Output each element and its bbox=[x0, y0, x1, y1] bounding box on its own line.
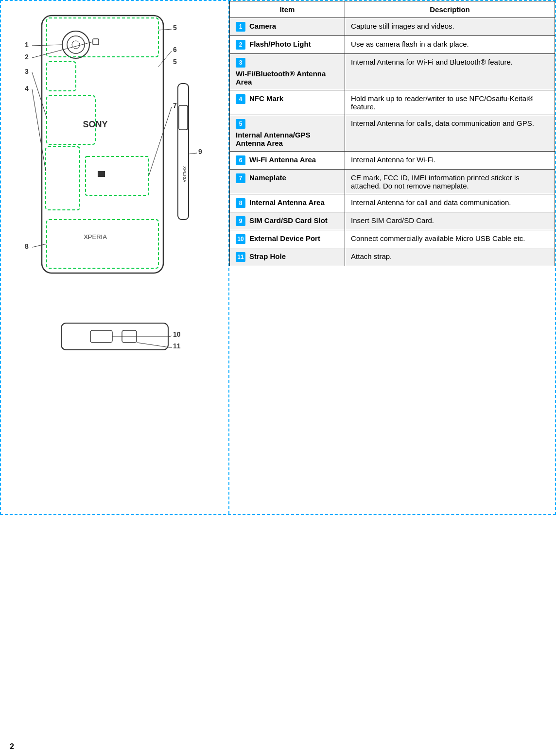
svg-line-23 bbox=[158, 51, 172, 67]
item-name: Camera bbox=[249, 22, 276, 30]
description-cell-11: Attach strap. bbox=[345, 248, 555, 266]
svg-point-3 bbox=[72, 41, 80, 49]
description-cell-10: Connect commercially available Micro USB… bbox=[345, 230, 555, 248]
svg-line-17 bbox=[32, 72, 47, 118]
table-row: 11Strap HoleAttach strap. bbox=[230, 248, 555, 266]
phone-diagram-bottom: 10 11 bbox=[47, 313, 183, 373]
table-row: 1CameraCapture still images and videos. bbox=[230, 18, 555, 36]
svg-line-28 bbox=[32, 244, 47, 247]
page-container: SONY XPERIA 1 bbox=[0, 0, 556, 515]
item-number-badge: 8 bbox=[236, 198, 245, 208]
svg-text:8: 8 bbox=[25, 242, 29, 250]
description-cell-7: CE mark, FCC ID, IMEI information printe… bbox=[345, 170, 555, 194]
page-number: 2 bbox=[10, 742, 14, 751]
svg-text:5: 5 bbox=[173, 58, 177, 66]
svg-rect-29 bbox=[178, 84, 189, 220]
svg-text:7: 7 bbox=[173, 102, 177, 109]
item-number-badge: 4 bbox=[236, 94, 245, 104]
item-name: NFC Mark bbox=[249, 94, 283, 103]
item-name: Nameplate bbox=[249, 173, 286, 182]
description-cell-8: Internal Antenna for call and data commu… bbox=[345, 194, 555, 212]
item-name: Wi-Fi Antenna Area bbox=[249, 155, 316, 164]
item-cell-11: 11Strap Hole bbox=[230, 248, 345, 266]
svg-rect-30 bbox=[179, 105, 188, 130]
svg-text:11: 11 bbox=[173, 342, 181, 350]
item-number-badge: 2 bbox=[236, 40, 245, 50]
description-cell-1: Capture still images and videos. bbox=[345, 18, 555, 36]
svg-rect-4 bbox=[93, 39, 99, 45]
item-name: Flash/Photo Light bbox=[249, 40, 311, 48]
col-header-item: Item bbox=[230, 1, 345, 18]
svg-line-42 bbox=[137, 343, 169, 347]
item-cell-7: 7Nameplate bbox=[230, 170, 345, 194]
item-name: Strap Hole bbox=[249, 252, 286, 260]
svg-rect-6 bbox=[47, 62, 76, 91]
table-row: 10External Device PortConnect commercial… bbox=[230, 230, 555, 248]
svg-text:XPERIA: XPERIA bbox=[182, 166, 187, 182]
item-number-badge: 11 bbox=[236, 252, 245, 262]
item-name: External Device Port bbox=[249, 234, 320, 242]
col-header-description: Description bbox=[345, 1, 555, 18]
left-panel: SONY XPERIA 1 bbox=[1, 1, 229, 514]
xperia-label: XPERIA bbox=[84, 233, 107, 241]
item-cell-5: 5Internal Antenna/GPS Antenna Area bbox=[230, 115, 345, 152]
table-row: 9SIM Card/SD Card SlotInsert SIM Card/SD… bbox=[230, 212, 555, 230]
item-cell-4: 4NFC Mark bbox=[230, 90, 345, 115]
item-cell-1: 1Camera bbox=[230, 18, 345, 36]
item-number-badge: 3 bbox=[236, 58, 245, 68]
svg-text:6: 6 bbox=[173, 46, 177, 53]
item-cell-6: 6Wi-Fi Antenna Area bbox=[230, 152, 345, 170]
description-cell-6: Internal Antenna for Wi-Fi. bbox=[345, 152, 555, 170]
item-number-badge: 10 bbox=[236, 234, 245, 244]
svg-rect-8 bbox=[47, 220, 158, 268]
table-row: 5Internal Antenna/GPS Antenna AreaIntern… bbox=[230, 115, 555, 152]
table-row: 4NFC MarkHold mark up to reader/writer t… bbox=[230, 90, 555, 115]
svg-line-19 bbox=[32, 89, 46, 171]
item-number-badge: 5 bbox=[236, 119, 245, 129]
item-name: Wi-Fi/Bluetooth® Antenna Area bbox=[236, 69, 339, 86]
svg-line-32 bbox=[189, 153, 197, 154]
item-number-badge: 7 bbox=[236, 173, 245, 183]
item-name: SIM Card/SD Card Slot bbox=[249, 216, 328, 224]
item-number-badge: 6 bbox=[236, 155, 245, 165]
right-panel: Item Description 1CameraCapture still im… bbox=[229, 1, 555, 514]
item-name: Internal Antenna/GPS Antenna Area bbox=[236, 131, 339, 147]
svg-text:1: 1 bbox=[25, 41, 29, 49]
item-number-badge: 9 bbox=[236, 216, 245, 226]
svg-rect-10 bbox=[86, 156, 149, 195]
phone-diagram-back: SONY XPERIA 1 bbox=[13, 11, 217, 294]
svg-text:4: 4 bbox=[25, 85, 29, 92]
description-cell-5: Internal Antenna for calls, data communi… bbox=[345, 115, 555, 152]
table-row: 2Flash/Photo LightUse as camera flash in… bbox=[230, 36, 555, 54]
svg-point-1 bbox=[62, 31, 89, 58]
item-cell-3: 3Wi-Fi/Bluetooth® Antenna Area bbox=[230, 54, 345, 90]
svg-line-21 bbox=[158, 29, 172, 30]
svg-line-26 bbox=[149, 107, 172, 176]
item-name: Internal Antenna Area bbox=[249, 198, 325, 206]
svg-text:5: 5 bbox=[173, 24, 177, 32]
table-row: 8Internal Antenna AreaInternal Antenna f… bbox=[230, 194, 555, 212]
svg-text:10: 10 bbox=[173, 330, 181, 338]
item-cell-9: 9SIM Card/SD Card Slot bbox=[230, 212, 345, 230]
svg-text:3: 3 bbox=[25, 68, 29, 75]
svg-text:2: 2 bbox=[25, 53, 29, 61]
svg-text:9: 9 bbox=[198, 148, 202, 155]
item-cell-10: 10External Device Port bbox=[230, 230, 345, 248]
item-cell-8: 8Internal Antenna Area bbox=[230, 194, 345, 212]
info-table: Item Description 1CameraCapture still im… bbox=[229, 1, 555, 266]
svg-line-38 bbox=[169, 336, 172, 337]
table-row: 7NameplateCE mark, FCC ID, IMEI informat… bbox=[230, 170, 555, 194]
item-number-badge: 1 bbox=[236, 22, 245, 32]
svg-rect-35 bbox=[90, 330, 112, 343]
description-cell-4: Hold mark up to reader/writer to use NFC… bbox=[345, 90, 555, 115]
item-cell-2: 2Flash/Photo Light bbox=[230, 36, 345, 54]
description-cell-2: Use as camera flash in a dark place. bbox=[345, 36, 555, 54]
svg-rect-11 bbox=[98, 171, 105, 177]
description-cell-9: Insert SIM Card/SD Card. bbox=[345, 212, 555, 230]
table-row: 3Wi-Fi/Bluetooth® Antenna AreaInternal A… bbox=[230, 54, 555, 90]
description-cell-3: Internal Antenna for Wi-Fi and Bluetooth… bbox=[345, 54, 555, 90]
svg-rect-9 bbox=[46, 147, 80, 210]
table-row: 6Wi-Fi Antenna AreaInternal Antenna for … bbox=[230, 152, 555, 170]
